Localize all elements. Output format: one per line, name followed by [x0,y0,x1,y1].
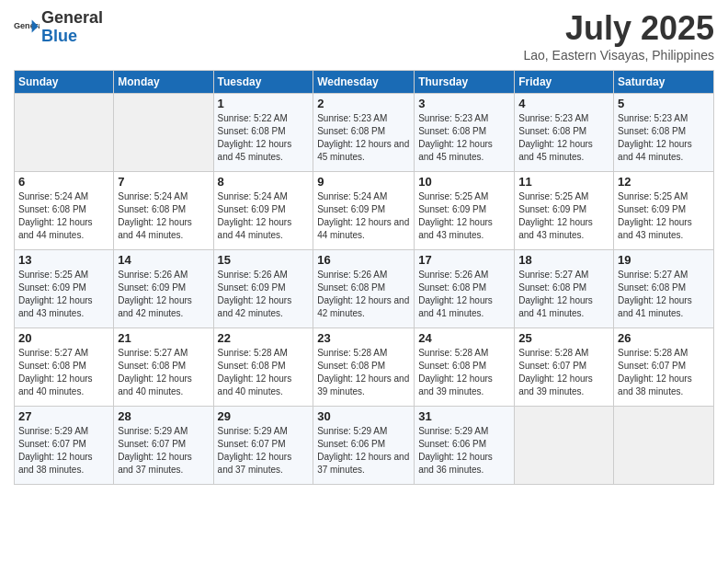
calendar-cell: 15Sunrise: 5:26 AM Sunset: 6:09 PM Dayli… [213,250,313,328]
day-info: Sunrise: 5:25 AM Sunset: 6:09 PM Dayligh… [18,269,109,320]
calendar-cell: 12Sunrise: 5:25 AM Sunset: 6:09 PM Dayli… [614,172,714,250]
day-number: 31 [418,409,510,423]
day-number: 24 [418,331,510,345]
day-number: 7 [118,175,209,189]
calendar-cell: 20Sunrise: 5:27 AM Sunset: 6:08 PM Dayli… [15,328,114,407]
page: General GeneralBlue July 2025 Lao, Easte… [0,0,728,563]
calendar-cell: 6Sunrise: 5:24 AM Sunset: 6:08 PM Daylig… [15,172,114,250]
weekday-header-row: Sunday Monday Tuesday Wednesday Thursday… [15,71,714,94]
day-number: 26 [618,331,710,345]
col-friday: Friday [515,71,614,94]
day-number: 15 [218,253,310,267]
day-number: 12 [618,175,710,189]
day-info: Sunrise: 5:25 AM Sunset: 6:09 PM Dayligh… [418,190,510,242]
day-info: Sunrise: 5:28 AM Sunset: 6:07 PM Dayligh… [518,347,609,398]
day-number: 21 [118,331,209,345]
day-info: Sunrise: 5:27 AM Sunset: 6:08 PM Dayligh… [618,269,710,320]
day-number: 20 [18,331,109,345]
day-number: 8 [218,175,310,189]
calendar-cell: 19Sunrise: 5:27 AM Sunset: 6:08 PM Dayli… [614,250,714,328]
main-title: July 2025 [523,9,714,48]
calendar-cell [614,407,714,485]
calendar-cell: 2Sunrise: 5:23 AM Sunset: 6:08 PM Daylig… [313,94,415,172]
calendar-week-row: 27Sunrise: 5:29 AM Sunset: 6:07 PM Dayli… [15,407,714,485]
calendar-cell [515,407,614,485]
subtitle: Lao, Eastern Visayas, Philippines [523,48,714,63]
header: General GeneralBlue July 2025 Lao, Easte… [14,9,714,63]
day-info: Sunrise: 5:23 AM Sunset: 6:08 PM Dayligh… [618,112,710,164]
calendar-cell: 22Sunrise: 5:28 AM Sunset: 6:08 PM Dayli… [213,328,313,407]
calendar-cell: 21Sunrise: 5:27 AM Sunset: 6:08 PM Dayli… [114,328,213,407]
col-wednesday: Wednesday [313,71,415,94]
calendar-cell [15,94,114,172]
calendar-cell: 8Sunrise: 5:24 AM Sunset: 6:09 PM Daylig… [213,172,313,250]
day-info: Sunrise: 5:24 AM Sunset: 6:09 PM Dayligh… [317,190,410,242]
day-number: 5 [618,97,710,110]
day-info: Sunrise: 5:28 AM Sunset: 6:07 PM Dayligh… [618,347,710,398]
day-info: Sunrise: 5:22 AM Sunset: 6:08 PM Dayligh… [218,112,310,164]
calendar-cell: 11Sunrise: 5:25 AM Sunset: 6:09 PM Dayli… [515,172,614,250]
day-info: Sunrise: 5:28 AM Sunset: 6:08 PM Dayligh… [317,347,410,398]
day-info: Sunrise: 5:24 AM Sunset: 6:08 PM Dayligh… [118,190,209,242]
calendar-cell: 17Sunrise: 5:26 AM Sunset: 6:08 PM Dayli… [415,250,515,328]
day-number: 22 [218,331,310,345]
calendar-cell: 28Sunrise: 5:29 AM Sunset: 6:07 PM Dayli… [114,407,213,485]
day-info: Sunrise: 5:26 AM Sunset: 6:09 PM Dayligh… [218,269,310,320]
day-number: 2 [317,97,410,110]
logo-icon: General [14,15,40,40]
col-monday: Monday [114,71,213,94]
day-number: 17 [418,253,510,267]
day-info: Sunrise: 5:26 AM Sunset: 6:08 PM Dayligh… [418,269,510,320]
day-info: Sunrise: 5:23 AM Sunset: 6:08 PM Dayligh… [418,112,510,164]
calendar-cell: 4Sunrise: 5:23 AM Sunset: 6:08 PM Daylig… [515,94,614,172]
day-info: Sunrise: 5:26 AM Sunset: 6:08 PM Dayligh… [317,269,410,320]
day-number: 27 [18,409,109,423]
day-number: 19 [618,253,710,267]
calendar-cell: 30Sunrise: 5:29 AM Sunset: 6:06 PM Dayli… [313,407,415,485]
col-tuesday: Tuesday [213,71,313,94]
day-number: 6 [18,175,109,189]
day-number: 16 [317,253,410,267]
col-saturday: Saturday [614,71,714,94]
day-info: Sunrise: 5:26 AM Sunset: 6:09 PM Dayligh… [118,269,209,320]
day-number: 29 [218,409,310,423]
day-info: Sunrise: 5:25 AM Sunset: 6:09 PM Dayligh… [518,190,609,242]
day-info: Sunrise: 5:24 AM Sunset: 6:08 PM Dayligh… [18,190,109,242]
day-number: 3 [418,97,510,110]
day-info: Sunrise: 5:23 AM Sunset: 6:08 PM Dayligh… [518,112,609,164]
logo: General GeneralBlue [14,9,103,46]
calendar-cell: 29Sunrise: 5:29 AM Sunset: 6:07 PM Dayli… [213,407,313,485]
day-number: 14 [118,253,209,267]
day-info: Sunrise: 5:29 AM Sunset: 6:07 PM Dayligh… [118,425,209,477]
day-info: Sunrise: 5:28 AM Sunset: 6:08 PM Dayligh… [218,347,310,398]
day-number: 1 [218,97,310,110]
calendar-cell: 26Sunrise: 5:28 AM Sunset: 6:07 PM Dayli… [614,328,714,407]
calendar-cell: 1Sunrise: 5:22 AM Sunset: 6:08 PM Daylig… [213,94,313,172]
calendar-cell: 5Sunrise: 5:23 AM Sunset: 6:08 PM Daylig… [614,94,714,172]
calendar-cell: 10Sunrise: 5:25 AM Sunset: 6:09 PM Dayli… [415,172,515,250]
calendar-cell: 18Sunrise: 5:27 AM Sunset: 6:08 PM Dayli… [515,250,614,328]
day-number: 10 [418,175,510,189]
day-number: 11 [518,175,609,189]
calendar-cell: 27Sunrise: 5:29 AM Sunset: 6:07 PM Dayli… [15,407,114,485]
calendar-cell: 23Sunrise: 5:28 AM Sunset: 6:08 PM Dayli… [313,328,415,407]
col-sunday: Sunday [15,71,114,94]
calendar-cell: 24Sunrise: 5:28 AM Sunset: 6:08 PM Dayli… [415,328,515,407]
day-info: Sunrise: 5:29 AM Sunset: 6:07 PM Dayligh… [18,425,109,477]
calendar-cell: 7Sunrise: 5:24 AM Sunset: 6:08 PM Daylig… [114,172,213,250]
day-number: 23 [317,331,410,345]
calendar-body: 1Sunrise: 5:22 AM Sunset: 6:08 PM Daylig… [15,94,714,485]
calendar-cell: 13Sunrise: 5:25 AM Sunset: 6:09 PM Dayli… [15,250,114,328]
day-number: 13 [18,253,109,267]
day-info: Sunrise: 5:27 AM Sunset: 6:08 PM Dayligh… [18,347,109,398]
calendar-cell: 16Sunrise: 5:26 AM Sunset: 6:08 PM Dayli… [313,250,415,328]
day-info: Sunrise: 5:28 AM Sunset: 6:08 PM Dayligh… [418,347,510,398]
day-info: Sunrise: 5:27 AM Sunset: 6:08 PM Dayligh… [118,347,209,398]
day-info: Sunrise: 5:29 AM Sunset: 6:06 PM Dayligh… [418,425,510,477]
calendar-cell: 3Sunrise: 5:23 AM Sunset: 6:08 PM Daylig… [415,94,515,172]
day-info: Sunrise: 5:27 AM Sunset: 6:08 PM Dayligh… [518,269,609,320]
calendar-week-row: 20Sunrise: 5:27 AM Sunset: 6:08 PM Dayli… [15,328,714,407]
day-number: 4 [518,97,609,110]
calendar-week-row: 1Sunrise: 5:22 AM Sunset: 6:08 PM Daylig… [15,94,714,172]
day-number: 18 [518,253,609,267]
